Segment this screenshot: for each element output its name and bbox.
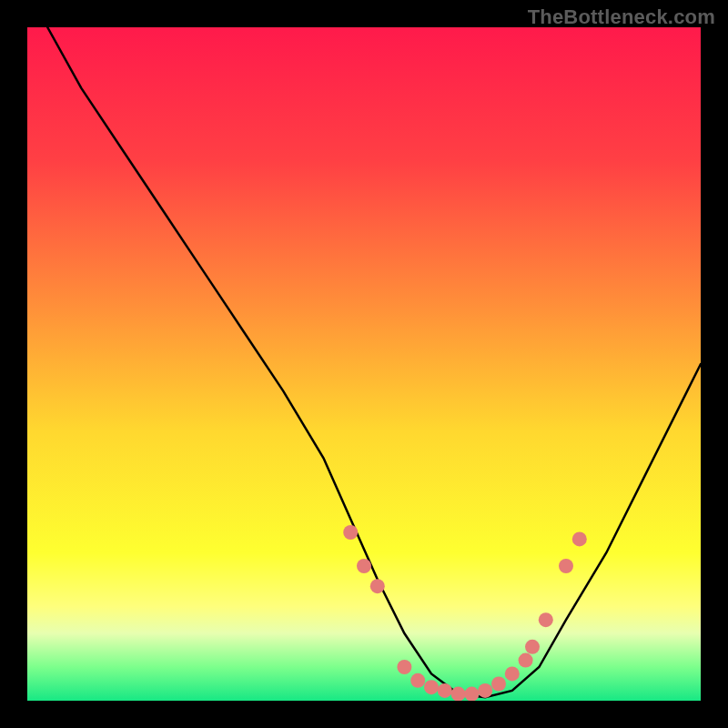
watermark-text: TheBottleneck.com bbox=[528, 5, 715, 29]
data-marker bbox=[505, 666, 520, 681]
data-marker bbox=[478, 683, 492, 698]
chart-frame: TheBottleneck.com bbox=[0, 0, 728, 728]
bottleneck-chart bbox=[27, 27, 701, 701]
data-marker bbox=[451, 687, 466, 701]
plot-background bbox=[27, 27, 701, 701]
data-marker bbox=[491, 677, 506, 692]
data-marker bbox=[438, 683, 452, 698]
data-marker bbox=[424, 680, 439, 694]
data-marker bbox=[397, 660, 411, 674]
data-marker bbox=[357, 559, 371, 573]
data-marker bbox=[572, 531, 587, 546]
data-marker bbox=[525, 640, 540, 654]
data-marker bbox=[464, 687, 479, 701]
data-marker bbox=[410, 673, 425, 688]
data-marker bbox=[519, 653, 533, 668]
data-marker bbox=[559, 559, 573, 573]
data-marker bbox=[343, 525, 358, 540]
data-marker bbox=[539, 612, 553, 627]
data-marker bbox=[370, 579, 385, 593]
